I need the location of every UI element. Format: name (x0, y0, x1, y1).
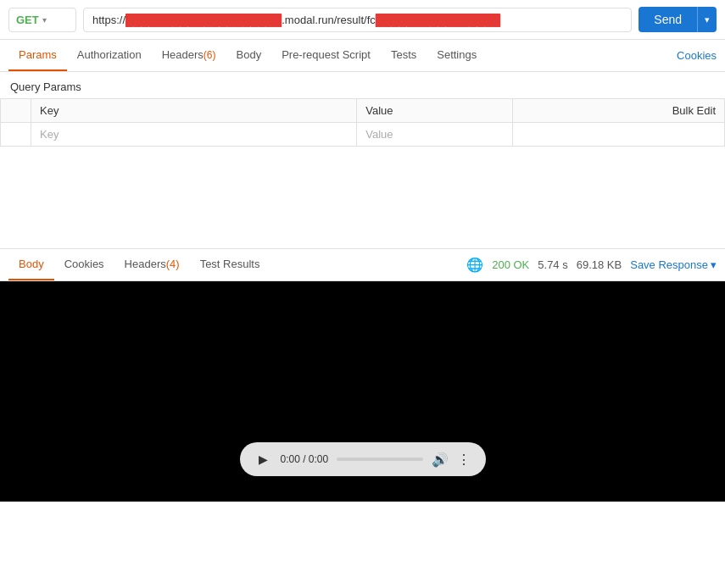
send-button-group: Send ▾ (639, 7, 717, 32)
send-button[interactable]: Send (639, 7, 697, 32)
video-time-display: 0:00 / 0:00 (281, 453, 329, 465)
value-header: Value (357, 99, 513, 123)
value-cell[interactable]: Value (357, 123, 513, 147)
top-bar: GET ▾ https:// ████████████████████ .mod… (0, 0, 725, 40)
volume-icon[interactable]: 🔊 (432, 452, 449, 468)
headers-badge: (6) (204, 49, 216, 61)
more-options-icon[interactable]: ⋮ (457, 452, 471, 468)
url-redacted-1: ████████████████████ (125, 14, 282, 26)
url-middle: .modal.run/result/fc (282, 14, 376, 26)
spacer (0, 147, 725, 248)
tab-authorization[interactable]: Authorization (67, 40, 152, 71)
key-placeholder: Key (40, 128, 59, 141)
resp-headers-badge: (4) (166, 258, 180, 270)
empty-cell (513, 123, 725, 147)
send-dropdown-button[interactable]: ▾ (697, 7, 717, 32)
row-checkbox[interactable] (1, 123, 31, 147)
tab-body[interactable]: Body (226, 40, 272, 71)
url-input[interactable]: https:// ████████████████████ .modal.run… (83, 8, 632, 32)
response-tabs-row: Body Cookies Headers(4) Test Results 🌐 2… (0, 248, 725, 281)
query-params-title: Query Params (0, 72, 725, 98)
cookies-link[interactable]: Cookies (677, 49, 717, 62)
checkbox-header (1, 99, 31, 123)
tab-pre-request-script[interactable]: Pre-request Script (271, 40, 381, 71)
response-status-bar: 🌐 200 OK 5.74 s 69.18 KB Save Response ▾ (466, 257, 717, 273)
tab-params[interactable]: Params (8, 40, 67, 71)
status-badge: 200 OK (492, 258, 529, 271)
key-cell[interactable]: Key (31, 123, 357, 147)
bulk-edit-header[interactable]: Bulk Edit (513, 99, 725, 123)
resp-tab-test-results[interactable]: Test Results (190, 249, 270, 280)
response-size: 69.18 KB (577, 258, 622, 271)
resp-tab-body[interactable]: Body (8, 249, 54, 280)
save-response-chevron-icon: ▾ (711, 258, 717, 271)
play-button[interactable]: ▶ (255, 451, 272, 468)
method-select[interactable]: GET ▾ (8, 8, 76, 32)
method-chevron-icon: ▾ (42, 15, 47, 25)
url-prefix: https:// (92, 14, 125, 26)
resp-tab-cookies[interactable]: Cookies (54, 249, 114, 280)
tab-headers[interactable]: Headers(6) (152, 40, 226, 71)
url-redacted-2: ████████████████ (376, 14, 500, 26)
value-placeholder: Value (365, 128, 393, 141)
method-label: GET (16, 14, 39, 26)
save-response-button[interactable]: Save Response ▾ (630, 258, 717, 271)
video-progress-bar[interactable] (337, 458, 422, 461)
video-controls: ▶ 0:00 / 0:00 🔊 ⋮ (240, 442, 486, 476)
key-header: Key (31, 99, 357, 123)
table-row: Key Value (1, 123, 725, 147)
tab-tests[interactable]: Tests (381, 40, 427, 71)
tab-settings[interactable]: Settings (427, 40, 487, 71)
request-tabs-row: Params Authorization Headers(6) Body Pre… (0, 40, 725, 72)
video-container: ▶ 0:00 / 0:00 🔊 ⋮ (0, 281, 725, 502)
params-table: Key Value Bulk Edit Key Value (0, 98, 725, 147)
response-time: 5.74 s (538, 258, 567, 271)
globe-icon: 🌐 (466, 257, 483, 273)
resp-tab-headers[interactable]: Headers(4) (114, 249, 190, 280)
